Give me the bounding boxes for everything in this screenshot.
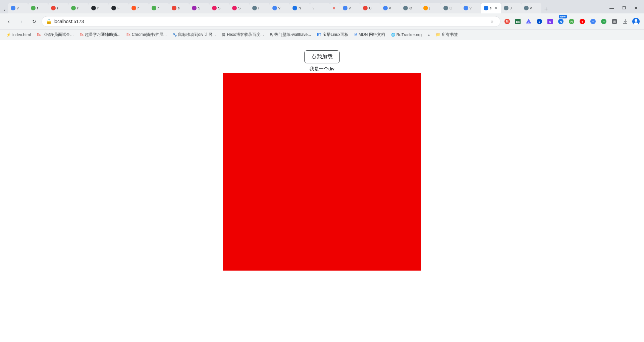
- tab-25[interactable]: J: [501, 3, 521, 13]
- bookmark-superstar[interactable]: Ex 超星学习通辅助插...: [77, 31, 123, 39]
- tab-18[interactable]: v: [340, 3, 360, 13]
- tab-label: v: [389, 6, 391, 10]
- tab-6[interactable]: F: [109, 3, 129, 13]
- forward-button[interactable]: ›: [16, 16, 27, 27]
- tab-22[interactable]: j: [421, 3, 441, 13]
- tab-favicon: [363, 6, 368, 10]
- bookmark-baota[interactable]: BT 宝塔Linux面板: [314, 31, 351, 39]
- tab-16[interactable]: \: [310, 3, 330, 13]
- ext-notion[interactable]: N: [545, 17, 555, 26]
- bookmark-favicon-mdn: M: [355, 33, 357, 37]
- tab-15[interactable]: N: [290, 3, 310, 13]
- bookmark-mdn[interactable]: M MDN 网络文档: [352, 31, 388, 39]
- bookmarks-bar: ⚡ index.html Ex 《程序员面试金... Ex 超星学习通辅助插..…: [0, 30, 644, 40]
- tab-5[interactable]: r: [89, 3, 109, 13]
- ext-screenshot[interactable]: ✂: [599, 17, 608, 26]
- tab-label-active: s: [490, 6, 492, 10]
- tab-8[interactable]: r: [149, 3, 169, 13]
- tab-favicon: [272, 6, 277, 10]
- tab-active[interactable]: s ✕: [481, 3, 501, 13]
- bookmark-wallhaven[interactable]: 热 热门壁纸-wallhave...: [267, 31, 314, 39]
- tab-label: v: [470, 6, 472, 10]
- tab-13[interactable]: i: [250, 3, 270, 13]
- tab-label: v: [530, 6, 532, 10]
- tab-label: \: [313, 6, 314, 10]
- tab-favicon: [192, 6, 197, 10]
- tab-7[interactable]: r: [129, 3, 149, 13]
- tab-10[interactable]: S: [189, 3, 209, 13]
- tab-9[interactable]: s: [169, 3, 189, 13]
- ext-excel[interactable]: Ex: [513, 17, 523, 26]
- ext-translate[interactable]: T: [588, 17, 598, 26]
- close-button[interactable]: ✕: [631, 3, 641, 13]
- tab-11[interactable]: S: [209, 3, 229, 13]
- bookmark-favicon-ex3: Ex: [126, 33, 130, 37]
- tab-12[interactable]: S: [229, 3, 250, 13]
- bookmark-folder-all[interactable]: 📁 所有书签: [433, 31, 461, 39]
- bookmark-indexhtml[interactable]: ⚡ index.html: [3, 31, 34, 39]
- profile-button[interactable]: [631, 17, 641, 26]
- tab-26[interactable]: v: [521, 3, 541, 13]
- tab-favicon: [152, 6, 156, 10]
- ext-extensions[interactable]: ⊞: [610, 17, 619, 26]
- tab-21[interactable]: ⊙: [400, 3, 421, 13]
- tab-17[interactable]: ×: [330, 3, 340, 13]
- tab-favicon: [383, 6, 388, 10]
- bookmark-programmer[interactable]: Ex 《程序员面试金...: [34, 31, 76, 39]
- tab-favicon: [71, 6, 76, 10]
- bookmark-mouse[interactable]: 🐾 鼠标移动到div 让另...: [170, 31, 219, 39]
- address-bar[interactable]: 🔒 localhost:5173 ☆: [42, 16, 500, 27]
- bookmark-label: 《程序员面试金...: [42, 32, 73, 38]
- bookmark-hexo[interactable]: 博 Hexo博客收录百度...: [219, 31, 266, 39]
- ext-history[interactable]: H: [567, 17, 576, 26]
- tab-scroll-back[interactable]: ‹: [1, 7, 8, 13]
- tab-favicon: [504, 6, 508, 10]
- ext-vite[interactable]: V: [524, 17, 533, 26]
- svg-text:✂: ✂: [603, 20, 605, 23]
- tab-label: J: [510, 6, 512, 10]
- new-badge: New: [559, 15, 567, 18]
- tab-24[interactable]: v: [461, 3, 481, 13]
- tab-label: r: [158, 6, 159, 10]
- tab-23[interactable]: C: [441, 3, 461, 13]
- svg-text:N: N: [560, 20, 562, 23]
- new-tab-button[interactable]: ＋: [541, 4, 551, 13]
- tab-19[interactable]: C: [360, 3, 380, 13]
- svg-point-24: [635, 19, 637, 22]
- svg-text:N: N: [549, 20, 551, 23]
- bookmark-favicon: ⚡: [6, 33, 11, 37]
- tab-favicon: [464, 6, 468, 10]
- tab-label: r: [77, 6, 78, 10]
- ext-new-badge-wrap: N New: [556, 17, 566, 26]
- bookmark-more[interactable]: »: [425, 31, 432, 39]
- tab-close-btn[interactable]: ✕: [494, 6, 498, 10]
- minimize-button[interactable]: —: [606, 3, 617, 13]
- bookmark-chrome-ext[interactable]: Ex Chrome插件/扩展...: [124, 31, 169, 39]
- bookmark-label: 超星学习通辅助插...: [85, 32, 120, 38]
- navigation-toolbar: ‹ › ↻ 🔒 localhost:5173 ☆ M Ex V J: [0, 13, 644, 30]
- tab-label: j: [429, 6, 430, 10]
- bookmark-label: Chrome插件/扩展...: [132, 32, 167, 38]
- downloads-button[interactable]: [621, 17, 630, 26]
- tab-label: N: [299, 6, 301, 10]
- tab-2[interactable]: f: [28, 3, 48, 13]
- svg-text:Ex: Ex: [516, 20, 520, 23]
- tab-20[interactable]: v: [380, 3, 400, 13]
- tab-label: r: [138, 6, 139, 10]
- load-button[interactable]: 点我加载: [304, 50, 340, 63]
- red-div: [223, 73, 421, 271]
- restore-button[interactable]: ❐: [619, 3, 629, 13]
- ext-mendeley[interactable]: M: [502, 17, 512, 26]
- bookmark-rutracker[interactable]: 🌐 RuTracker.org: [388, 31, 425, 39]
- back-button[interactable]: ‹: [3, 16, 14, 27]
- ext-jira[interactable]: J: [535, 17, 544, 26]
- tab-label: v: [349, 6, 351, 10]
- tab-14[interactable]: v: [270, 3, 290, 13]
- bookmark-star-icon[interactable]: ☆: [488, 17, 496, 25]
- div-label: 我是一个div: [310, 66, 334, 72]
- tab-3[interactable]: r: [48, 3, 68, 13]
- ext-yandex[interactable]: Y: [578, 17, 587, 26]
- tab-1[interactable]: v: [8, 3, 28, 13]
- reload-button[interactable]: ↻: [29, 16, 40, 27]
- tab-4[interactable]: r: [68, 3, 89, 13]
